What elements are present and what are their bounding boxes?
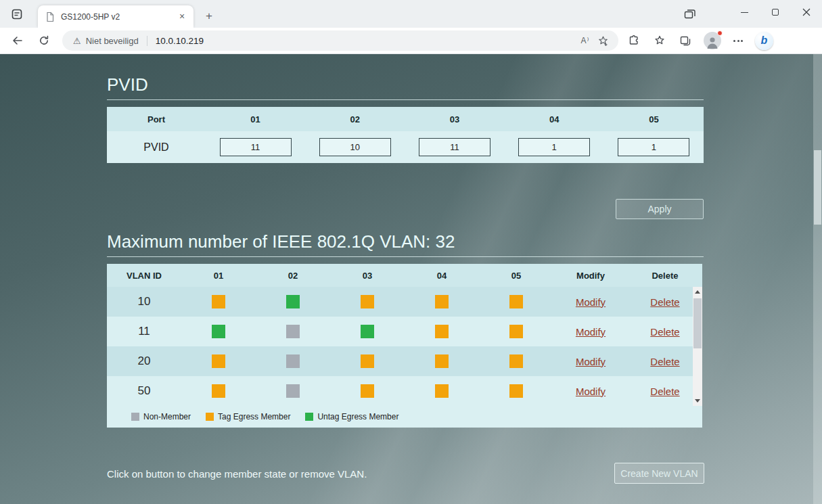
- member-toggle[interactable]: [361, 295, 374, 308]
- vlan-table: VLAN ID 01 02 03 04 05 Modify Delete 10 …: [107, 264, 702, 428]
- vlan-header-04: 04: [405, 271, 479, 281]
- member-toggle[interactable]: [435, 295, 449, 308]
- table-row: 50 Modify Delete: [107, 376, 702, 406]
- legend-item: Non-Member: [131, 412, 191, 421]
- delete-link[interactable]: Delete: [650, 386, 679, 397]
- delete-link[interactable]: Delete: [650, 296, 679, 308]
- member-toggle[interactable]: [212, 325, 225, 338]
- member-toggle[interactable]: [509, 325, 523, 338]
- pvid-input-port2[interactable]: [319, 138, 391, 156]
- vlan-header-modify: Modify: [553, 271, 628, 281]
- security-label[interactable]: Niet beveiligd: [86, 36, 147, 46]
- profile-avatar[interactable]: [704, 32, 721, 49]
- pvid-input-port1[interactable]: [220, 138, 292, 156]
- pvid-input-port3[interactable]: [419, 138, 490, 156]
- member-toggle[interactable]: [286, 354, 300, 368]
- legend-label: Untag Egress Member: [317, 412, 398, 421]
- close-button[interactable]: [791, 0, 822, 24]
- apply-button[interactable]: Apply: [616, 199, 704, 219]
- pvid-header-05: 05: [604, 114, 704, 124]
- non-member-swatch: [131, 413, 139, 421]
- new-tab-button[interactable]: +: [200, 8, 218, 24]
- vlan-id: 20: [107, 354, 181, 368]
- member-toggle[interactable]: [286, 295, 300, 308]
- table-row: 20 Modify Delete: [107, 346, 702, 376]
- tab-preview-icon[interactable]: [681, 7, 699, 22]
- pvid-input-port5[interactable]: [618, 138, 689, 156]
- member-toggle[interactable]: [435, 325, 449, 338]
- legend-label: Tag Egress Member: [218, 412, 290, 421]
- member-toggle[interactable]: [509, 295, 523, 308]
- pvid-row-label: PVID: [107, 141, 206, 154]
- extensions-icon[interactable]: [624, 30, 644, 51]
- member-toggle[interactable]: [212, 384, 225, 398]
- not-secure-warning-icon[interactable]: ⚠: [73, 36, 81, 46]
- member-toggle[interactable]: [361, 384, 374, 398]
- vlan-header-01: 01: [181, 271, 256, 281]
- vlan-table-header: VLAN ID 01 02 03 04 05 Modify Delete: [107, 264, 702, 287]
- pvid-header-port: Port: [107, 114, 206, 124]
- back-icon[interactable]: [7, 30, 27, 51]
- page-scrollbar[interactable]: [813, 54, 822, 504]
- member-toggle[interactable]: [286, 325, 300, 338]
- table-row: 10 Modify Delete: [107, 287, 702, 317]
- vlan-id: 11: [107, 325, 181, 338]
- pvid-table-row: PVID: [107, 131, 704, 163]
- url-text[interactable]: 10.0.10.219: [156, 36, 576, 46]
- tab-actions-icon[interactable]: [9, 7, 24, 22]
- vlan-header-delete: Delete: [628, 271, 702, 281]
- pvid-header-04: 04: [505, 114, 604, 124]
- tab-close-icon[interactable]: ×: [176, 11, 188, 23]
- member-toggle[interactable]: [212, 354, 225, 368]
- table-scrollbar-thumb[interactable]: [693, 298, 702, 348]
- create-new-vlan-button[interactable]: Create New VLAN: [614, 463, 704, 484]
- member-toggle[interactable]: [361, 325, 374, 338]
- browser-tab[interactable]: GS1200-5HP v2 ×: [38, 5, 193, 28]
- settings-menu-icon[interactable]: [728, 30, 748, 51]
- delete-link[interactable]: Delete: [650, 356, 679, 367]
- table-row: 11 Modify Delete: [107, 317, 702, 346]
- tag-member-swatch: [206, 413, 214, 421]
- pvid-table: Port 01 02 03 04 05 PVID: [107, 107, 704, 163]
- legend-item: Tag Egress Member: [206, 412, 290, 421]
- member-toggle[interactable]: [435, 354, 449, 368]
- modify-link[interactable]: Modify: [576, 326, 606, 338]
- add-favorite-icon[interactable]: [594, 32, 612, 49]
- member-toggle[interactable]: [509, 384, 523, 398]
- pvid-header-02: 02: [305, 114, 405, 124]
- vlan-header-03: 03: [330, 271, 405, 281]
- member-toggle[interactable]: [212, 295, 225, 308]
- member-toggle[interactable]: [361, 354, 374, 368]
- address-bar[interactable]: ⚠ Niet beveiligd 10.0.10.219 A⁾: [62, 30, 618, 51]
- scroll-up-icon[interactable]: [693, 287, 702, 297]
- read-aloud-icon[interactable]: A⁾: [576, 32, 594, 49]
- member-toggle[interactable]: [435, 384, 449, 398]
- vlan-header-id: VLAN ID: [107, 271, 181, 281]
- pvid-table-header: Port 01 02 03 04 05: [107, 107, 704, 131]
- favorites-icon[interactable]: [649, 30, 670, 51]
- collections-icon[interactable]: [675, 30, 695, 51]
- member-toggle[interactable]: [286, 384, 300, 398]
- member-toggle[interactable]: [509, 354, 523, 368]
- pvid-input-port4[interactable]: [518, 138, 590, 156]
- browser-toolbar: ⚠ Niet beveiligd 10.0.10.219 A⁾ b: [0, 28, 822, 54]
- member-legend: Non-Member Tag Egress Member Untag Egres…: [107, 406, 702, 428]
- browser-window: GS1200-5HP v2 × + ⚠ Niet beveiligd 10.0.…: [0, 0, 822, 504]
- maximize-button[interactable]: [760, 0, 791, 24]
- modify-link[interactable]: Modify: [576, 356, 606, 367]
- legend-item: Untag Egress Member: [305, 412, 398, 421]
- modify-link[interactable]: Modify: [576, 386, 606, 397]
- vlan-section-title: Maximum number of IEEE 802.1Q VLAN: 32: [107, 231, 704, 257]
- tab-title: GS1200-5HP v2: [61, 12, 176, 22]
- pvid-header-03: 03: [405, 114, 504, 124]
- scroll-down-icon[interactable]: [693, 396, 702, 406]
- pvid-header-01: 01: [206, 114, 305, 124]
- legend-label: Non-Member: [143, 412, 191, 421]
- refresh-icon[interactable]: [34, 30, 54, 51]
- delete-link[interactable]: Delete: [650, 326, 679, 338]
- modify-link[interactable]: Modify: [576, 296, 606, 308]
- bing-discover-icon[interactable]: b: [755, 32, 773, 50]
- minimize-button[interactable]: [729, 0, 760, 24]
- page-scrollbar-thumb[interactable]: [814, 150, 821, 225]
- table-scrollbar[interactable]: [693, 287, 702, 406]
